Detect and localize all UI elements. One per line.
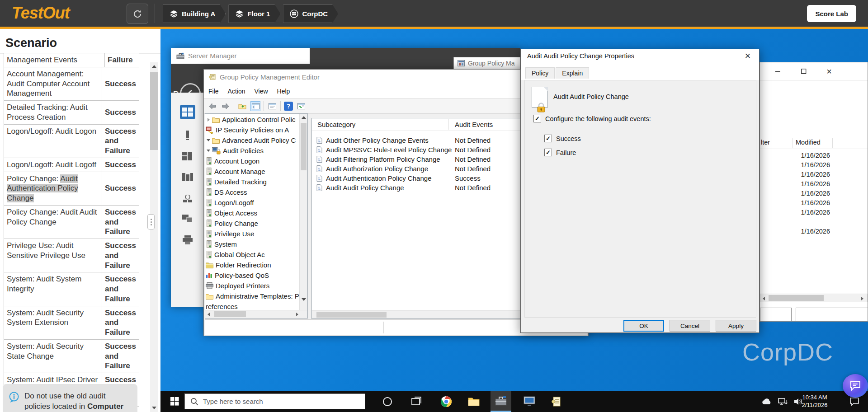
subcategory-column-header[interactable]: Subcategory — [317, 121, 355, 128]
tree-item[interactable]: Object Access — [205, 208, 300, 218]
server-manager-titlebar[interactable]: Server Manager — [171, 48, 310, 64]
menu-item[interactable]: Help — [273, 88, 295, 95]
export-list-icon[interactable] — [296, 101, 306, 111]
close-icon[interactable]: × — [822, 66, 836, 76]
screens-icon[interactable] — [182, 215, 193, 224]
scroll-left-icon[interactable] — [208, 313, 210, 316]
console-monitor-icon[interactable] — [519, 391, 540, 412]
tree-item[interactable]: Policy Change — [205, 218, 300, 229]
tree-horizontal-scrollbar[interactable] — [205, 310, 308, 318]
cortana-button[interactable] — [377, 391, 398, 412]
chevron-icon[interactable] — [205, 118, 212, 122]
chevron-icon[interactable] — [205, 150, 212, 152]
scrollbar-thumb[interactable] — [769, 295, 824, 301]
scrollbar-thumb[interactable] — [150, 72, 158, 150]
tree-item[interactable]: Administrative Templates: Polic — [205, 291, 300, 301]
scroll-right-icon[interactable] — [296, 313, 298, 316]
maximize-icon[interactable] — [797, 66, 811, 76]
menu-item[interactable]: File — [204, 88, 223, 95]
tree-item[interactable]: System — [205, 239, 300, 249]
tree-item[interactable]: Deployed Printers — [205, 281, 300, 291]
tree-vertical-scrollbar[interactable] — [299, 114, 307, 311]
tree-item[interactable]: Advanced Audit Policy C — [205, 135, 300, 145]
dashboard-tile-icon[interactable] — [180, 105, 195, 119]
tree-item[interactable]: IP Security Policies on A — [205, 125, 300, 135]
start-button[interactable] — [164, 391, 185, 412]
configure-events-checkbox[interactable]: ✓ Configure the following audit events: — [533, 115, 651, 122]
tree-item[interactable]: Privilege Use — [205, 229, 300, 239]
scroll-down-icon[interactable] — [152, 407, 156, 409]
local-server-icon[interactable] — [184, 131, 191, 140]
forward-nav-icon[interactable] — [221, 101, 231, 111]
back-nav-icon[interactable] — [208, 101, 217, 111]
ok-button[interactable]: OK — [623, 320, 664, 332]
explorer-row[interactable]: 1/16/2026 — [760, 227, 868, 236]
explorer-row[interactable]: 1/16/2026 — [760, 189, 868, 198]
refresh-button[interactable] — [127, 4, 148, 24]
scroll-left-icon[interactable] — [763, 297, 765, 300]
help-icon[interactable]: ? — [284, 102, 293, 111]
scrollbar-thumb[interactable] — [301, 123, 307, 170]
tree-item[interactable]: Application Control Polic — [205, 114, 300, 125]
up-one-level-icon[interactable] — [237, 101, 247, 111]
tree-item[interactable]: DS Access — [205, 187, 300, 197]
dialog-tab[interactable]: Explain — [556, 67, 589, 79]
checkbox-checked-icon[interactable]: ✓ — [544, 135, 552, 142]
explorer-row[interactable]: 1/16/2026 — [760, 179, 868, 189]
services-icon[interactable] — [182, 173, 193, 183]
chat-assistant-button[interactable] — [843, 374, 868, 398]
chrome-icon[interactable] — [436, 391, 457, 412]
tree-item[interactable]: Detailed Tracking — [205, 177, 300, 187]
file-explorer-icon[interactable] — [463, 391, 484, 412]
audit-option-checkbox[interactable]: ✓ Failure — [544, 149, 576, 156]
taskbar-clock[interactable]: 10:34 AM 2/11/2026 — [797, 394, 832, 409]
network-icon[interactable] — [776, 391, 790, 412]
chevron-icon[interactable] — [205, 139, 212, 141]
checkbox-checked-icon[interactable]: ✓ — [533, 115, 541, 122]
printer-nav-icon[interactable] — [182, 235, 193, 244]
server-globe-icon[interactable] — [182, 195, 193, 203]
dialog-titlebar[interactable]: Audit Audit Policy Change Properties × P… — [521, 49, 759, 80]
scroll-right-icon[interactable] — [861, 297, 863, 300]
minimize-icon[interactable] — [771, 66, 785, 76]
scrollbar-thumb[interactable] — [214, 311, 246, 317]
group-policy-management-titlebar[interactable]: Group Policy Ma — [453, 57, 520, 70]
scroll-up-icon[interactable] — [302, 116, 306, 119]
tree-item[interactable]: Account Logon — [205, 156, 300, 166]
scrollbar-thumb[interactable] — [316, 312, 387, 318]
all-servers-icon[interactable] — [182, 152, 193, 161]
close-icon[interactable]: × — [741, 50, 755, 62]
explorer-row[interactable]: 1/16/2026 — [760, 160, 868, 170]
server-manager-taskbar-icon[interactable] — [491, 391, 511, 412]
explorer-row[interactable]: 1/16/2026 — [760, 198, 868, 208]
explorer-horizontal-scrollbar[interactable] — [760, 294, 868, 302]
tree-item[interactable]: Account Manage — [205, 166, 300, 177]
taskbar-search-input[interactable]: Type here to search — [184, 393, 365, 409]
panel-scrollbar[interactable] — [150, 62, 158, 412]
breadcrumb-chip[interactable]: Building A — [163, 5, 226, 23]
score-lab-button[interactable]: Score Lab — [807, 5, 856, 22]
audit-option-checkbox[interactable]: ✓ Success — [544, 135, 581, 142]
cancel-button[interactable]: Cancel — [670, 320, 710, 332]
filter-column-header[interactable]: lter — [761, 139, 770, 146]
properties-icon[interactable] — [267, 101, 277, 111]
panel-splitter-handle[interactable] — [147, 214, 155, 229]
explorer-row[interactable]: 1/16/2026 — [760, 151, 868, 160]
tree-item[interactable]: Global Object Ac — [205, 249, 300, 260]
console-tree-icon[interactable] — [250, 101, 260, 111]
menu-item[interactable]: Action — [223, 88, 250, 95]
tree-item[interactable]: Folder Redirection — [205, 260, 300, 270]
menu-item[interactable]: View — [250, 88, 272, 95]
checkbox-checked-icon[interactable]: ✓ — [544, 149, 552, 156]
tree-item[interactable]: Logon/Logoff — [205, 197, 300, 208]
apply-button[interactable]: Apply — [716, 320, 756, 332]
scroll-down-icon[interactable] — [302, 298, 306, 301]
scroll-up-icon[interactable] — [152, 65, 156, 68]
dialog-tab[interactable]: Policy — [525, 67, 555, 79]
explorer-row[interactable]: 1/16/2026 — [760, 170, 868, 179]
breadcrumb-chip[interactable]: CorpDC — [283, 5, 338, 23]
onedrive-cloud-icon[interactable] — [760, 391, 774, 412]
explorer-row[interactable] — [760, 217, 868, 227]
modified-column-header[interactable]: Modified — [796, 139, 821, 146]
explorer-row[interactable]: 1/16/2026 — [760, 208, 868, 217]
